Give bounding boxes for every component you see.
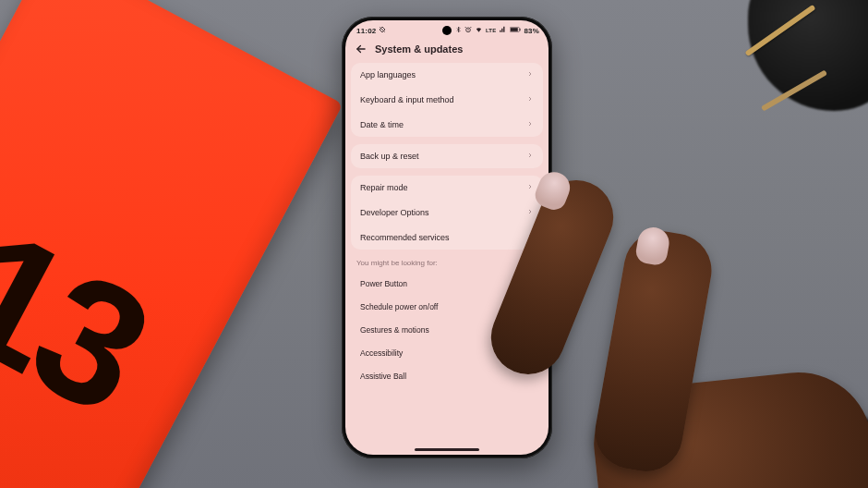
suggestions-hint: You might be looking for: — [351, 257, 543, 273]
svg-rect-3 — [520, 29, 521, 31]
suggestions-group: Power Button Schedule power on/off Gestu… — [351, 273, 543, 387]
phone-screen: 11:02 LTE — [345, 20, 549, 455]
suggestion-power-button[interactable]: Power Button — [351, 273, 543, 295]
settings-group: Back up & reset — [351, 144, 543, 168]
row-label: Repair mode — [360, 183, 408, 192]
wifi-icon — [475, 26, 483, 35]
battery-icon — [510, 26, 521, 35]
row-label: App languages — [360, 70, 416, 79]
chevron-right-icon — [526, 70, 534, 79]
dnd-icon — [379, 26, 386, 35]
row-date-time[interactable]: Date & time — [351, 112, 543, 137]
row-label: Accessibility — [360, 348, 403, 358]
alarm-icon — [464, 26, 472, 35]
row-label: Assistive Ball — [360, 372, 406, 381]
chevron-right-icon — [526, 152, 534, 161]
front-camera — [442, 26, 452, 35]
row-label: Developer Options — [360, 208, 429, 217]
chevron-right-icon — [526, 208, 534, 217]
row-keyboard-input[interactable]: Keyboard & input method — [351, 87, 543, 112]
background-object — [748, 0, 868, 111]
chevron-right-icon — [526, 95, 534, 104]
page-header: System & updates — [345, 37, 549, 63]
settings-group: Repair mode Developer Options Recommende… — [351, 176, 543, 250]
row-label: Date & time — [360, 120, 404, 129]
network-type-label: LTE — [486, 28, 497, 33]
row-label: Power Button — [360, 279, 407, 288]
row-label: Recommended services — [360, 233, 450, 242]
status-time: 11:02 — [356, 27, 376, 35]
scene-root: 13 11:02 — [0, 0, 868, 488]
row-backup-reset[interactable]: Back up & reset — [351, 144, 543, 168]
page-title: System & updates — [375, 43, 463, 55]
suggestion-accessibility[interactable]: Accessibility — [351, 341, 543, 364]
svg-rect-2 — [511, 28, 518, 31]
row-label: Back up & reset — [360, 152, 419, 161]
settings-list: App languages Keyboard & input method Da… — [345, 63, 549, 387]
suggestion-gestures-motions[interactable]: Gestures & motions — [351, 318, 543, 341]
row-recommended-services[interactable]: Recommended services — [351, 225, 543, 250]
row-label: Schedule power on/off — [360, 302, 438, 311]
suggestion-schedule-power[interactable]: Schedule power on/off — [351, 295, 543, 318]
row-label: Keyboard & input method — [360, 95, 454, 104]
chevron-right-icon — [526, 120, 534, 129]
phone-frame: 11:02 LTE — [342, 17, 552, 458]
suggestion-assistive-ball[interactable]: Assistive Ball — [351, 364, 543, 387]
row-developer-options[interactable]: Developer Options — [351, 200, 543, 225]
row-app-languages[interactable]: App languages — [351, 63, 543, 87]
background-object — [794, 414, 868, 488]
signal-icon — [499, 26, 507, 35]
back-button[interactable] — [355, 43, 368, 55]
row-repair-mode[interactable]: Repair mode — [351, 176, 543, 200]
settings-group: App languages Keyboard & input method Da… — [351, 63, 543, 137]
battery-percent: 83% — [524, 27, 539, 35]
chevron-right-icon — [526, 183, 534, 192]
row-label: Gestures & motions — [360, 325, 429, 335]
chevron-right-icon — [526, 233, 534, 242]
arrow-left-icon — [355, 43, 368, 55]
bluetooth-icon — [455, 26, 462, 35]
gesture-nav-bar[interactable] — [415, 448, 479, 451]
